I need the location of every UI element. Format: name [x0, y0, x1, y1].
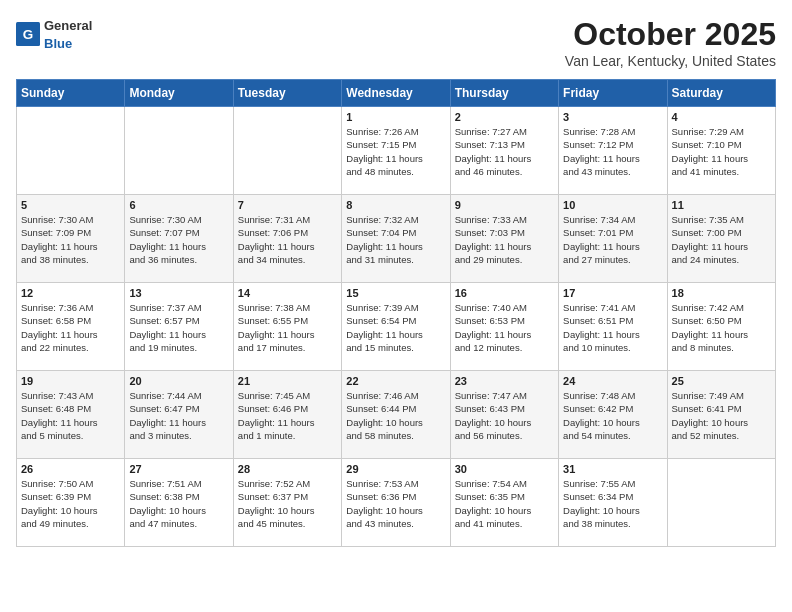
day-number: 13 [129, 287, 228, 299]
day-number: 28 [238, 463, 337, 475]
day-number: 2 [455, 111, 554, 123]
day-number: 18 [672, 287, 771, 299]
day-info: Sunrise: 7:46 AM Sunset: 6:44 PM Dayligh… [346, 389, 445, 442]
calendar-cell [17, 107, 125, 195]
day-number: 19 [21, 375, 120, 387]
day-number: 9 [455, 199, 554, 211]
calendar-cell: 31Sunrise: 7:55 AM Sunset: 6:34 PM Dayli… [559, 459, 667, 547]
day-number: 30 [455, 463, 554, 475]
calendar-week-row: 12Sunrise: 7:36 AM Sunset: 6:58 PM Dayli… [17, 283, 776, 371]
calendar-cell: 13Sunrise: 7:37 AM Sunset: 6:57 PM Dayli… [125, 283, 233, 371]
day-info: Sunrise: 7:37 AM Sunset: 6:57 PM Dayligh… [129, 301, 228, 354]
day-of-week-header: Thursday [450, 80, 558, 107]
day-info: Sunrise: 7:40 AM Sunset: 6:53 PM Dayligh… [455, 301, 554, 354]
day-number: 22 [346, 375, 445, 387]
day-info: Sunrise: 7:43 AM Sunset: 6:48 PM Dayligh… [21, 389, 120, 442]
logo: G General Blue [16, 16, 92, 52]
svg-text:G: G [23, 27, 34, 42]
day-info: Sunrise: 7:28 AM Sunset: 7:12 PM Dayligh… [563, 125, 662, 178]
day-info: Sunrise: 7:52 AM Sunset: 6:37 PM Dayligh… [238, 477, 337, 530]
calendar-cell: 8Sunrise: 7:32 AM Sunset: 7:04 PM Daylig… [342, 195, 450, 283]
day-number: 24 [563, 375, 662, 387]
day-number: 25 [672, 375, 771, 387]
calendar-cell: 18Sunrise: 7:42 AM Sunset: 6:50 PM Dayli… [667, 283, 775, 371]
title-area: October 2025 Van Lear, Kentucky, United … [565, 16, 776, 69]
calendar-cell [233, 107, 341, 195]
calendar-cell: 9Sunrise: 7:33 AM Sunset: 7:03 PM Daylig… [450, 195, 558, 283]
calendar-cell: 3Sunrise: 7:28 AM Sunset: 7:12 PM Daylig… [559, 107, 667, 195]
calendar-body: 1Sunrise: 7:26 AM Sunset: 7:15 PM Daylig… [17, 107, 776, 547]
header: G General Blue October 2025 Van Lear, Ke… [16, 16, 776, 69]
day-number: 23 [455, 375, 554, 387]
calendar-cell: 19Sunrise: 7:43 AM Sunset: 6:48 PM Dayli… [17, 371, 125, 459]
day-info: Sunrise: 7:54 AM Sunset: 6:35 PM Dayligh… [455, 477, 554, 530]
calendar-cell [125, 107, 233, 195]
calendar-cell: 20Sunrise: 7:44 AM Sunset: 6:47 PM Dayli… [125, 371, 233, 459]
day-info: Sunrise: 7:55 AM Sunset: 6:34 PM Dayligh… [563, 477, 662, 530]
day-of-week-header: Monday [125, 80, 233, 107]
calendar-cell: 4Sunrise: 7:29 AM Sunset: 7:10 PM Daylig… [667, 107, 775, 195]
day-number: 1 [346, 111, 445, 123]
day-info: Sunrise: 7:29 AM Sunset: 7:10 PM Dayligh… [672, 125, 771, 178]
calendar-cell: 21Sunrise: 7:45 AM Sunset: 6:46 PM Dayli… [233, 371, 341, 459]
calendar-week-row: 26Sunrise: 7:50 AM Sunset: 6:39 PM Dayli… [17, 459, 776, 547]
calendar-cell: 22Sunrise: 7:46 AM Sunset: 6:44 PM Dayli… [342, 371, 450, 459]
day-number: 14 [238, 287, 337, 299]
day-info: Sunrise: 7:38 AM Sunset: 6:55 PM Dayligh… [238, 301, 337, 354]
day-info: Sunrise: 7:31 AM Sunset: 7:06 PM Dayligh… [238, 213, 337, 266]
day-info: Sunrise: 7:32 AM Sunset: 7:04 PM Dayligh… [346, 213, 445, 266]
day-number: 6 [129, 199, 228, 211]
calendar-cell: 11Sunrise: 7:35 AM Sunset: 7:00 PM Dayli… [667, 195, 775, 283]
day-number: 15 [346, 287, 445, 299]
calendar-cell: 23Sunrise: 7:47 AM Sunset: 6:43 PM Dayli… [450, 371, 558, 459]
calendar-cell: 30Sunrise: 7:54 AM Sunset: 6:35 PM Dayli… [450, 459, 558, 547]
calendar-cell: 25Sunrise: 7:49 AM Sunset: 6:41 PM Dayli… [667, 371, 775, 459]
calendar-cell: 15Sunrise: 7:39 AM Sunset: 6:54 PM Dayli… [342, 283, 450, 371]
day-info: Sunrise: 7:47 AM Sunset: 6:43 PM Dayligh… [455, 389, 554, 442]
calendar-cell: 27Sunrise: 7:51 AM Sunset: 6:38 PM Dayli… [125, 459, 233, 547]
day-info: Sunrise: 7:33 AM Sunset: 7:03 PM Dayligh… [455, 213, 554, 266]
day-number: 7 [238, 199, 337, 211]
day-number: 29 [346, 463, 445, 475]
calendar-cell: 5Sunrise: 7:30 AM Sunset: 7:09 PM Daylig… [17, 195, 125, 283]
day-number: 16 [455, 287, 554, 299]
day-info: Sunrise: 7:27 AM Sunset: 7:13 PM Dayligh… [455, 125, 554, 178]
day-info: Sunrise: 7:41 AM Sunset: 6:51 PM Dayligh… [563, 301, 662, 354]
day-info: Sunrise: 7:36 AM Sunset: 6:58 PM Dayligh… [21, 301, 120, 354]
calendar-week-row: 19Sunrise: 7:43 AM Sunset: 6:48 PM Dayli… [17, 371, 776, 459]
logo-icon: G [16, 22, 40, 46]
header-row: SundayMondayTuesdayWednesdayThursdayFrid… [17, 80, 776, 107]
day-info: Sunrise: 7:42 AM Sunset: 6:50 PM Dayligh… [672, 301, 771, 354]
page-title: October 2025 [565, 16, 776, 53]
day-number: 26 [21, 463, 120, 475]
calendar-cell: 7Sunrise: 7:31 AM Sunset: 7:06 PM Daylig… [233, 195, 341, 283]
calendar-week-row: 1Sunrise: 7:26 AM Sunset: 7:15 PM Daylig… [17, 107, 776, 195]
day-of-week-header: Sunday [17, 80, 125, 107]
calendar-cell: 16Sunrise: 7:40 AM Sunset: 6:53 PM Dayli… [450, 283, 558, 371]
calendar-cell: 10Sunrise: 7:34 AM Sunset: 7:01 PM Dayli… [559, 195, 667, 283]
calendar-cell: 6Sunrise: 7:30 AM Sunset: 7:07 PM Daylig… [125, 195, 233, 283]
day-number: 8 [346, 199, 445, 211]
day-number: 27 [129, 463, 228, 475]
calendar-cell: 12Sunrise: 7:36 AM Sunset: 6:58 PM Dayli… [17, 283, 125, 371]
day-info: Sunrise: 7:48 AM Sunset: 6:42 PM Dayligh… [563, 389, 662, 442]
day-info: Sunrise: 7:30 AM Sunset: 7:09 PM Dayligh… [21, 213, 120, 266]
calendar-cell: 29Sunrise: 7:53 AM Sunset: 6:36 PM Dayli… [342, 459, 450, 547]
calendar-cell: 17Sunrise: 7:41 AM Sunset: 6:51 PM Dayli… [559, 283, 667, 371]
day-number: 12 [21, 287, 120, 299]
logo-blue-text: Blue [44, 36, 72, 51]
day-info: Sunrise: 7:51 AM Sunset: 6:38 PM Dayligh… [129, 477, 228, 530]
day-info: Sunrise: 7:26 AM Sunset: 7:15 PM Dayligh… [346, 125, 445, 178]
day-info: Sunrise: 7:35 AM Sunset: 7:00 PM Dayligh… [672, 213, 771, 266]
calendar-week-row: 5Sunrise: 7:30 AM Sunset: 7:09 PM Daylig… [17, 195, 776, 283]
calendar-table: SundayMondayTuesdayWednesdayThursdayFrid… [16, 79, 776, 547]
day-info: Sunrise: 7:30 AM Sunset: 7:07 PM Dayligh… [129, 213, 228, 266]
day-number: 21 [238, 375, 337, 387]
page-subtitle: Van Lear, Kentucky, United States [565, 53, 776, 69]
calendar-header: SundayMondayTuesdayWednesdayThursdayFrid… [17, 80, 776, 107]
day-info: Sunrise: 7:44 AM Sunset: 6:47 PM Dayligh… [129, 389, 228, 442]
day-number: 3 [563, 111, 662, 123]
day-number: 20 [129, 375, 228, 387]
day-info: Sunrise: 7:39 AM Sunset: 6:54 PM Dayligh… [346, 301, 445, 354]
day-number: 31 [563, 463, 662, 475]
